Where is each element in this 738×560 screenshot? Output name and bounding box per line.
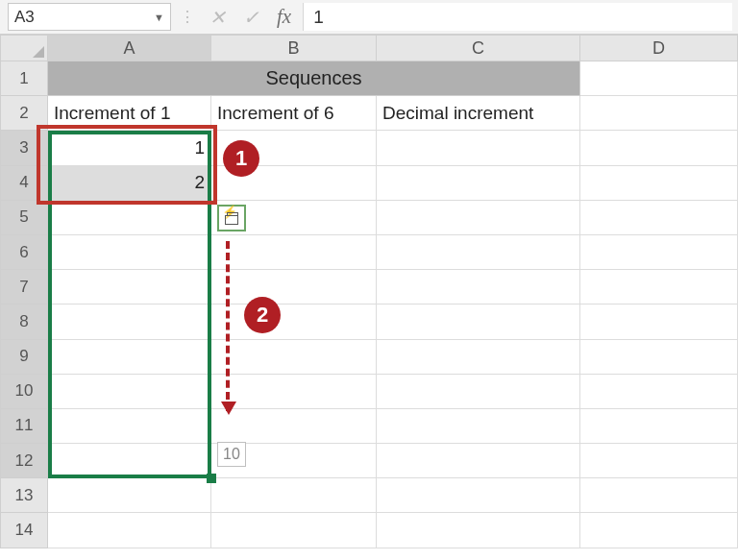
- formula-buttons: ✕ ✓ fx: [198, 0, 303, 34]
- cell-C13[interactable]: [377, 478, 580, 513]
- row-header-14[interactable]: 14: [0, 513, 48, 548]
- cell-D1[interactable]: [580, 61, 738, 96]
- col-header-A[interactable]: A: [48, 35, 211, 61]
- cell-B2[interactable]: Increment of 6: [211, 96, 377, 131]
- cell-D5[interactable]: [580, 201, 738, 235]
- cell-B6[interactable]: [211, 235, 377, 270]
- cell-A6[interactable]: [48, 235, 211, 270]
- cell-A13[interactable]: [48, 478, 211, 513]
- cell-C2[interactable]: Decimal increment: [377, 96, 580, 131]
- cell-A14[interactable]: [48, 513, 211, 548]
- cell-B3[interactable]: [211, 131, 377, 165]
- row-header-13[interactable]: 13: [0, 478, 48, 513]
- col-header-D[interactable]: D: [580, 35, 738, 61]
- cell-D14[interactable]: [580, 513, 738, 548]
- cell-D10[interactable]: [580, 375, 738, 409]
- row-header-11[interactable]: 11: [0, 409, 48, 444]
- cell-B8[interactable]: [211, 304, 377, 339]
- cell-D9[interactable]: [580, 340, 738, 375]
- cancel-icon[interactable]: ✕: [209, 6, 226, 29]
- cell-C8[interactable]: [377, 304, 580, 339]
- cell-C7[interactable]: [377, 270, 580, 304]
- fill-preview-tooltip: 10: [217, 442, 246, 467]
- cell-A7[interactable]: [48, 270, 211, 304]
- cell-C12[interactable]: [377, 444, 580, 478]
- cell-A8[interactable]: [48, 304, 211, 339]
- cell-A12[interactable]: [48, 444, 211, 478]
- cell-B13[interactable]: [211, 478, 377, 513]
- name-box[interactable]: A3 ▼: [8, 3, 171, 31]
- cell-B7[interactable]: [211, 270, 377, 304]
- cell-C6[interactable]: [377, 235, 580, 270]
- quick-analysis-icon[interactable]: ⚡: [217, 205, 246, 231]
- cell-C4[interactable]: [377, 166, 580, 201]
- cell-B4[interactable]: [211, 166, 377, 201]
- fx-icon[interactable]: fx: [277, 5, 291, 29]
- row-header-10[interactable]: 10: [0, 375, 48, 409]
- row-header-4[interactable]: 4: [0, 166, 48, 201]
- cell-A4[interactable]: 2: [48, 166, 211, 201]
- cell-D3[interactable]: [580, 131, 738, 165]
- cell-title[interactable]: Sequences: [48, 61, 580, 96]
- chevron-down-icon[interactable]: ▼: [154, 12, 164, 23]
- select-all-corner[interactable]: [0, 35, 48, 61]
- row-header-3[interactable]: 3: [0, 131, 48, 165]
- cell-B14[interactable]: [211, 513, 377, 548]
- cell-D6[interactable]: [580, 235, 738, 270]
- row-header-7[interactable]: 7: [0, 270, 48, 304]
- row-header-2[interactable]: 2: [0, 96, 48, 131]
- cell-B9[interactable]: [211, 340, 377, 375]
- annotation-arrow: [226, 241, 230, 411]
- cell-C5[interactable]: [377, 201, 580, 235]
- row-header-12[interactable]: 12: [0, 444, 48, 478]
- cell-A11[interactable]: [48, 409, 211, 444]
- cell-C3[interactable]: [377, 131, 580, 165]
- worksheet[interactable]: A B C D 1 Sequences 2 Increment of 1 Inc…: [0, 35, 738, 560]
- cell-D4[interactable]: [580, 166, 738, 201]
- row-header-6[interactable]: 6: [0, 235, 48, 270]
- cell-C11[interactable]: [377, 409, 580, 444]
- column-header-row: A B C D: [0, 35, 738, 61]
- formula-value: 1: [313, 7, 324, 28]
- cell-D2[interactable]: [580, 96, 738, 131]
- cell-C14[interactable]: [377, 513, 580, 548]
- cell-D8[interactable]: [580, 304, 738, 339]
- cell-D11[interactable]: [580, 409, 738, 444]
- cell-D12[interactable]: [580, 444, 738, 478]
- cell-D13[interactable]: [580, 478, 738, 513]
- row-header-8[interactable]: 8: [0, 304, 48, 339]
- cell-A9[interactable]: [48, 340, 211, 375]
- active-cell-ref: A3: [14, 8, 35, 27]
- row-header-9[interactable]: 9: [0, 340, 48, 375]
- formula-bar: A3 ▼ ⋮ ✕ ✓ fx 1: [0, 0, 738, 35]
- cell-C10[interactable]: [377, 375, 580, 409]
- row-header-1[interactable]: 1: [0, 61, 48, 96]
- splitter-handle[interactable]: ⋮: [175, 0, 198, 34]
- cell-D7[interactable]: [580, 270, 738, 304]
- cell-A5[interactable]: [48, 201, 211, 235]
- table-icon: [225, 215, 238, 225]
- cell-A2[interactable]: Increment of 1: [48, 96, 211, 131]
- fill-handle[interactable]: [207, 474, 216, 483]
- col-header-B[interactable]: B: [211, 35, 377, 61]
- cell-A3[interactable]: 1: [48, 131, 211, 165]
- formula-input[interactable]: 1: [303, 3, 732, 31]
- cell-A10[interactable]: [48, 375, 211, 409]
- accept-icon[interactable]: ✓: [243, 6, 259, 29]
- col-header-C[interactable]: C: [377, 35, 580, 61]
- row-header-5[interactable]: 5: [0, 201, 48, 235]
- cell-C9[interactable]: [377, 340, 580, 375]
